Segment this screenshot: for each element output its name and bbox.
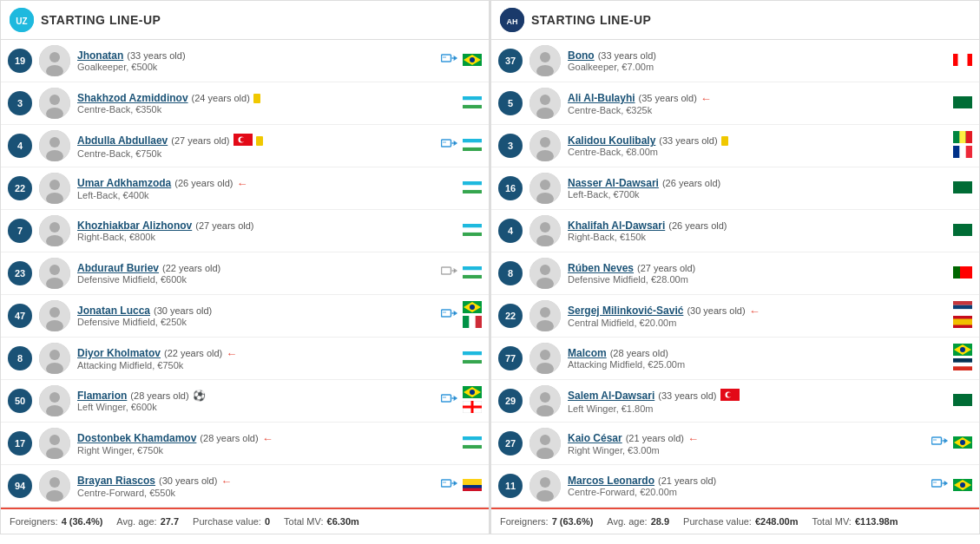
player-number: 37 xyxy=(498,49,523,73)
svg-rect-192 xyxy=(933,482,937,483)
player-row: 27 Kaio César(21 years old)←Right Winger… xyxy=(491,423,979,465)
team-title: STARTING LINE-UP xyxy=(531,13,651,27)
svg-point-105 xyxy=(49,435,60,445)
player-name-link[interactable]: Marcos Leonardo xyxy=(568,475,654,487)
player-info: Marcos Leonardo(21 years old)Centre-Forw… xyxy=(568,475,925,497)
player-info: Umar Adkhamzoda(26 years old)←Left-Back,… xyxy=(77,177,457,200)
transfer-icon[interactable] xyxy=(440,51,459,70)
svg-point-3 xyxy=(49,52,60,62)
player-row: 17 Dostonbek Khamdamov(28 years old)←Rig… xyxy=(1,423,489,465)
player-position-value: Centre-Forward, €20.00m xyxy=(568,487,925,497)
player-flags xyxy=(953,344,972,373)
flag-rs xyxy=(953,301,972,316)
svg-point-152 xyxy=(540,265,550,275)
player-name-link[interactable]: Malcom xyxy=(568,347,607,359)
player-number: 22 xyxy=(8,176,32,200)
flag-uz xyxy=(463,139,482,154)
player-actions xyxy=(953,96,972,111)
svg-rect-121 xyxy=(463,479,482,485)
player-row: 4 Abdulla Abdullaev(27 years old)Centre-… xyxy=(1,125,489,167)
player-name-link[interactable]: Shakhzod Azmiddinov xyxy=(77,92,188,104)
player-name-link[interactable]: Abdulla Abdullaev xyxy=(77,134,168,147)
player-actions xyxy=(463,224,482,239)
player-name-link[interactable]: Nasser Al-Dawsari xyxy=(568,177,659,189)
player-position-value: Right Winger, €750k xyxy=(77,445,457,456)
player-detail: (27 years old) xyxy=(637,263,695,273)
player-info: Jonatan Lucca(30 years old)Defensive Mid… xyxy=(77,305,435,327)
player-detail: (30 years old) xyxy=(159,475,217,486)
transfer-icon[interactable] xyxy=(440,476,459,495)
transfer-icon[interactable] xyxy=(440,391,459,410)
transfer-icon[interactable] xyxy=(440,306,459,325)
player-detail: (33 years old) xyxy=(598,50,656,61)
svg-point-178 xyxy=(727,392,732,397)
svg-rect-172 xyxy=(953,358,972,363)
transfer-icon[interactable] xyxy=(440,136,459,155)
player-flags xyxy=(463,96,482,111)
player-position-value: Left Winger, €1.80m xyxy=(568,403,948,414)
player-detail: (22 years old) xyxy=(164,348,222,358)
flag-uz xyxy=(463,224,482,239)
player-info: Kaio César(21 years old)←Right Winger, €… xyxy=(568,432,925,456)
svg-point-94 xyxy=(49,392,60,403)
transfer-icon[interactable] xyxy=(931,476,950,495)
player-name-link[interactable]: Kalidou Koulibaly xyxy=(568,134,655,147)
flag-uz xyxy=(463,181,482,196)
player-detail: (30 years old) xyxy=(687,305,745,316)
team-logo: AH xyxy=(500,8,524,32)
player-name-link[interactable]: Diyor Kholmatov xyxy=(77,347,161,359)
player-name-link[interactable]: Jhonatan xyxy=(77,49,123,62)
footer-stat: Total MV:€6.30m xyxy=(284,516,359,527)
transfer-icon[interactable] xyxy=(931,434,950,453)
player-flags xyxy=(463,139,482,154)
flag-es xyxy=(953,316,972,331)
player-number: 3 xyxy=(8,91,32,115)
player-name-link[interactable]: Brayan Riascos xyxy=(77,475,155,487)
player-name-link[interactable]: Salem Al-Dawsari xyxy=(568,390,654,402)
svg-rect-133 xyxy=(953,96,972,108)
player-flags xyxy=(953,301,972,331)
player-name-link[interactable]: Sergej Milinković-Savić xyxy=(568,305,683,317)
red-arrow-icon: ← xyxy=(687,432,699,445)
svg-rect-70 xyxy=(463,266,482,270)
player-avatar xyxy=(529,300,561,331)
svg-rect-92 xyxy=(463,351,482,355)
player-name-link[interactable]: Ali Al-Bulayhi xyxy=(568,92,635,104)
transfer-icon-gray[interactable] xyxy=(440,264,459,283)
svg-rect-68 xyxy=(463,274,482,278)
player-name-link[interactable]: Rúben Neves xyxy=(568,262,634,274)
player-number: 3 xyxy=(498,134,523,158)
player-name-link[interactable]: Khalifah Al-Dawsari xyxy=(568,220,665,232)
player-info: Salem Al-Dawsari(33 years old)Left Winge… xyxy=(568,389,948,414)
player-position-value: Defensive Midfield, €600k xyxy=(77,274,435,285)
flag-uz xyxy=(463,436,482,451)
svg-rect-36 xyxy=(463,139,482,142)
player-position-value: Right-Back, €800k xyxy=(77,232,457,242)
footer-stat-value: 7 (63.6%) xyxy=(552,516,594,527)
player-name-link[interactable]: Umar Adkhamzoda xyxy=(77,177,171,189)
svg-rect-56 xyxy=(463,232,482,235)
player-row: 16 Nasser Al-Dawsari(26 years old)Left-B… xyxy=(491,167,979,210)
svg-point-116 xyxy=(49,477,60,488)
player-info: Dostonbek Khamdamov(28 years old)←Right … xyxy=(77,432,457,456)
player-name-link[interactable]: Jonatan Lucca xyxy=(77,305,150,317)
player-name-link[interactable]: Abdurauf Buriev xyxy=(77,262,159,274)
player-actions xyxy=(931,434,972,453)
red-arrow-icon: ← xyxy=(262,432,273,445)
flag-sa xyxy=(953,96,972,111)
player-info: Nasser Al-Dawsari(26 years old)Left-Back… xyxy=(568,177,948,200)
player-name-link[interactable]: Khozhiakbar Alizhonov xyxy=(77,220,192,232)
flag-co xyxy=(463,479,482,494)
player-name-link[interactable]: Kaio César xyxy=(568,432,622,444)
svg-rect-62 xyxy=(442,267,451,274)
player-detail: (26 years old) xyxy=(668,220,727,231)
player-name-link[interactable]: Flamarion xyxy=(77,390,127,402)
player-name-link[interactable]: Dostonbek Khamdamov xyxy=(77,432,196,444)
player-actions xyxy=(953,301,972,331)
player-detail: (22 years old) xyxy=(162,263,220,273)
player-detail: (28 years old) xyxy=(130,390,188,401)
player-avatar xyxy=(39,258,70,289)
player-name-link[interactable]: Bono xyxy=(568,49,595,62)
svg-point-174 xyxy=(540,392,550,403)
player-detail: (30 years old) xyxy=(154,305,212,316)
